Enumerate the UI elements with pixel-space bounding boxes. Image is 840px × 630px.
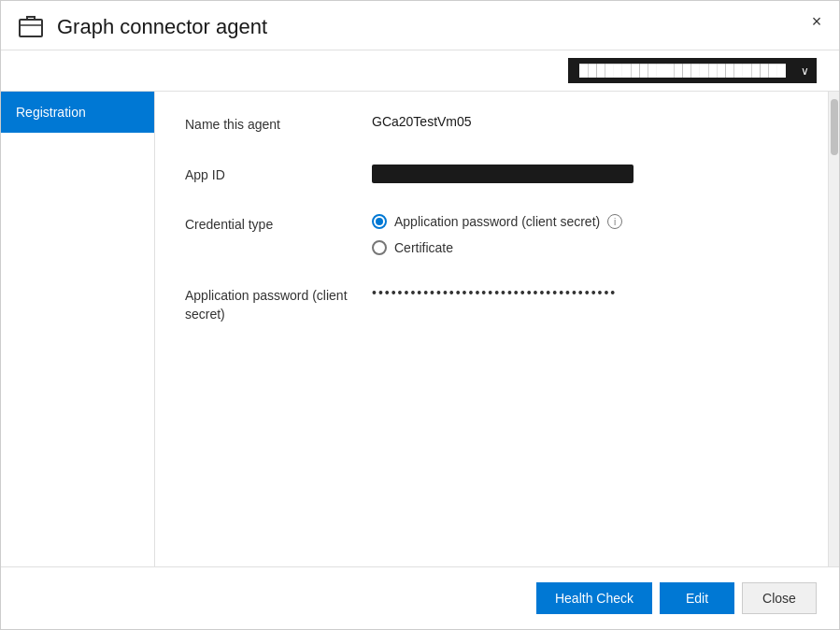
info-icon-app-password[interactable]: i bbox=[607, 214, 622, 229]
agent-dropdown-wrapper: ████████████████████████ bbox=[568, 58, 817, 83]
window-close-button[interactable]: × bbox=[805, 10, 828, 33]
radio-app-password-label: Application password (client secret) bbox=[394, 214, 600, 229]
health-check-button[interactable]: Health Check bbox=[536, 582, 652, 614]
close-dialog-button[interactable]: Close bbox=[742, 582, 817, 614]
name-agent-value: GCa20TestVm05 bbox=[372, 114, 798, 129]
agent-dropdown-row: ████████████████████████ bbox=[1, 50, 839, 92]
main-content: Registration Name this agent GCa20TestVm… bbox=[1, 92, 839, 566]
agent-dropdown[interactable]: ████████████████████████ bbox=[568, 58, 817, 83]
radio-option-certificate[interactable]: Certificate bbox=[372, 240, 622, 255]
app-id-label: App ID bbox=[185, 165, 372, 185]
name-agent-row: Name this agent GCa20TestVm05 bbox=[185, 114, 798, 135]
radio-app-password[interactable] bbox=[372, 214, 387, 229]
app-password-row: Application password (client secret) •••… bbox=[185, 285, 798, 323]
dialog-title: Graph connector agent bbox=[57, 15, 267, 39]
app-icon bbox=[16, 12, 46, 42]
svg-rect-0 bbox=[20, 20, 42, 36]
dialog-footer: Health Check Edit Close bbox=[1, 566, 839, 629]
dialog: Graph connector agent × ████████████████… bbox=[0, 0, 840, 630]
radio-certificate-label: Certificate bbox=[394, 240, 453, 255]
credential-type-label: Credential type bbox=[185, 214, 372, 235]
edit-button[interactable]: Edit bbox=[660, 582, 734, 614]
radio-certificate[interactable] bbox=[372, 240, 387, 255]
scrollbar-track[interactable] bbox=[828, 92, 839, 566]
title-bar: Graph connector agent × bbox=[1, 1, 839, 50]
app-id-value bbox=[372, 165, 634, 183]
sidebar-item-registration[interactable]: Registration bbox=[1, 92, 154, 133]
app-id-row: App ID bbox=[185, 165, 798, 185]
credential-type-options: Application password (client secret) i C… bbox=[372, 214, 622, 255]
form-area: Name this agent GCa20TestVm05 App ID Cre… bbox=[155, 92, 828, 566]
name-agent-label: Name this agent bbox=[185, 114, 372, 135]
app-password-value: •••••••••••••••••••••••••••••••••••••• bbox=[372, 285, 617, 300]
sidebar: Registration bbox=[1, 92, 155, 566]
credential-type-row: Credential type Application password (cl… bbox=[185, 214, 798, 255]
scrollbar-thumb[interactable] bbox=[831, 99, 838, 155]
radio-option-app-password[interactable]: Application password (client secret) i bbox=[372, 214, 622, 229]
app-password-label: Application password (client secret) bbox=[185, 285, 372, 323]
